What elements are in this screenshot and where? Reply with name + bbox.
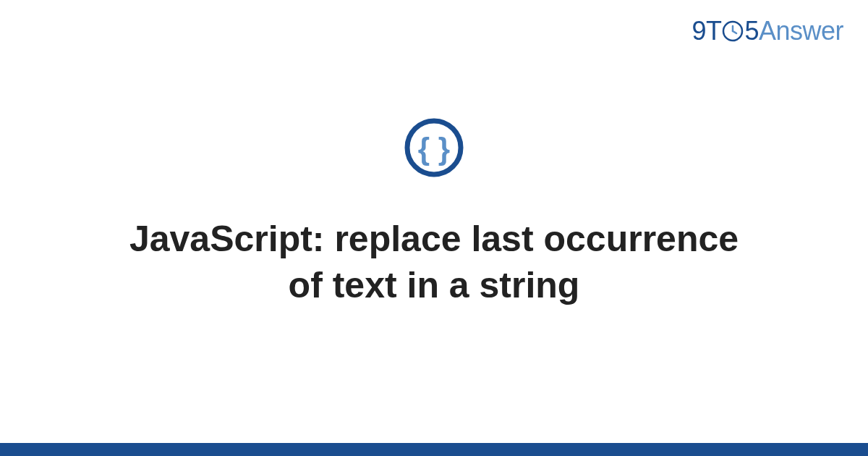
- clock-icon: [722, 20, 744, 42]
- braces-icon: { }: [404, 117, 464, 181]
- svg-text:{ }: { }: [418, 132, 450, 166]
- main-content: { } JavaScript: replace last occurrence …: [0, 117, 868, 308]
- bottom-accent-bar: [0, 443, 868, 456]
- logo-text-5: 5: [744, 16, 759, 46]
- page-title: JavaScript: replace last occurrence of t…: [109, 216, 760, 308]
- logo-text-9t: 9T: [692, 16, 721, 46]
- logo-text-answer: Answer: [759, 16, 843, 46]
- site-logo: 9T 5 Answer: [692, 16, 843, 46]
- svg-line-2: [733, 31, 736, 33]
